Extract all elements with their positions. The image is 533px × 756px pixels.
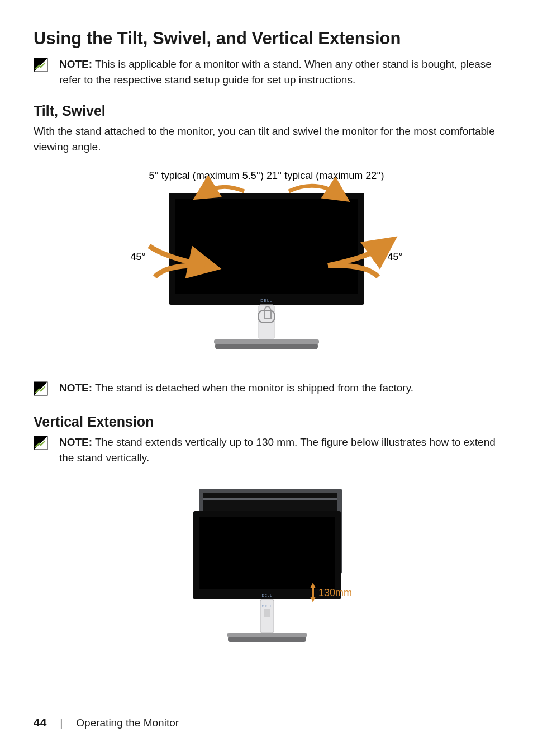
page-title: Using the Tilt, Swivel, and Vertical Ext… bbox=[34, 28, 499, 49]
svg-rect-15 bbox=[203, 498, 337, 500]
footer-separator: | bbox=[60, 717, 63, 729]
note-block: NOTE: The stand is detached when the mon… bbox=[34, 380, 499, 398]
section-heading-tilt-swivel: Tilt, Swivel bbox=[34, 103, 499, 119]
note-lead: NOTE: bbox=[59, 382, 92, 394]
note-text: NOTE: This is applicable for a monitor w… bbox=[59, 56, 499, 87]
note-block: NOTE: This is applicable for a monitor w… bbox=[34, 56, 499, 87]
note-icon bbox=[34, 436, 48, 452]
note-content: The stand is detached when the monitor i… bbox=[92, 382, 413, 394]
svg-rect-4 bbox=[175, 199, 358, 294]
section-para: With the stand attached to the monitor, … bbox=[34, 124, 499, 154]
svg-rect-23 bbox=[228, 636, 306, 642]
dell-logo: DELL bbox=[261, 604, 272, 608]
figure-vertical-extension: DELL 130mm DELL bbox=[34, 484, 499, 663]
diagram2-height-label: 130mm bbox=[318, 587, 352, 598]
dell-logo: DELL bbox=[261, 594, 272, 597]
svg-rect-8 bbox=[214, 339, 319, 344]
svg-rect-22 bbox=[264, 609, 270, 617]
figure-tilt-swivel: 5° typical (maximum 5.5°) 21° typical (m… bbox=[34, 168, 499, 363]
svg-rect-17 bbox=[199, 517, 335, 589]
page-footer: 44 | Operating the Monitor bbox=[34, 716, 179, 729]
diagram1-top-left: 5° typical (maximum 5.5°) bbox=[149, 170, 264, 181]
note-text: NOTE: The stand extends vertically up to… bbox=[59, 434, 499, 465]
svg-text:5° typical (maximum 5.5°)
    : 5° typical (maximum 5.5°) 21° typical (m… bbox=[149, 170, 384, 181]
svg-rect-24 bbox=[227, 633, 307, 637]
note-content: The stand extends vertically up to 130 m… bbox=[59, 436, 496, 464]
note-text: NOTE: The stand is detached when the mon… bbox=[59, 380, 499, 396]
diagram1-right-label: 45° bbox=[387, 251, 402, 262]
note-lead: NOTE: bbox=[59, 58, 92, 70]
diagram1-left-label: 45° bbox=[130, 251, 145, 262]
note-lead: NOTE: bbox=[59, 436, 92, 448]
note-icon bbox=[34, 58, 48, 74]
dell-logo: DELL bbox=[260, 299, 273, 303]
page-number: 44 bbox=[34, 716, 46, 729]
diagram1-top-right: 21° typical (maximum 22°) bbox=[266, 170, 384, 181]
note-icon bbox=[34, 381, 48, 398]
note-content: This is applicable for a monitor with a … bbox=[59, 58, 492, 86]
note-block: NOTE: The stand extends vertically up to… bbox=[34, 434, 499, 465]
footer-section: Operating the Monitor bbox=[76, 717, 179, 729]
section-heading-vertical-extension: Vertical Extension bbox=[34, 414, 499, 430]
